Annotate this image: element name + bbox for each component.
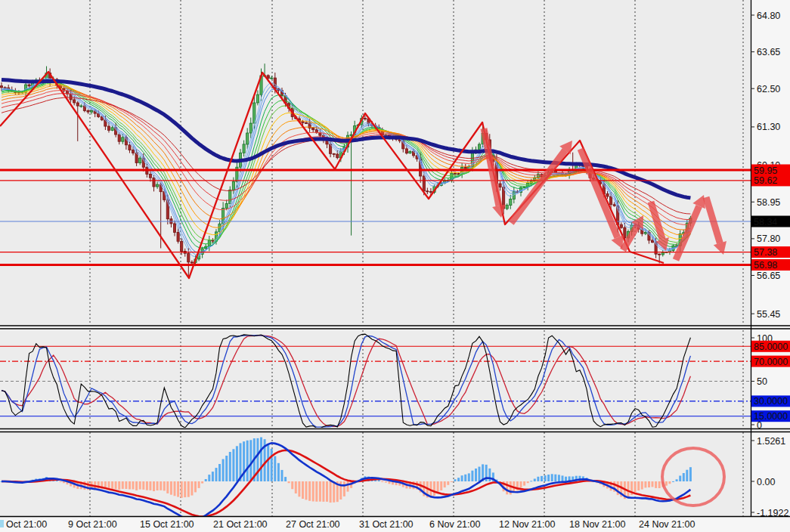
trading-chart-window: 64.8063.6562.5061.3060.1058.9557.8056.65… (0, 0, 790, 532)
macd-histogram-bar (479, 467, 481, 481)
macd-histogram-bar (558, 475, 560, 481)
macd-histogram-bar (648, 481, 650, 487)
time-axis-label: 24 Nov 21:00 (639, 519, 695, 530)
macd-histogram-bar (170, 481, 172, 495)
axis-label: 57.80 (757, 234, 780, 244)
macd-histogram-bar (444, 481, 446, 487)
macd-histogram-bar (277, 463, 280, 481)
panel-mid-background (0, 330, 751, 428)
axis-label: 56.65 (757, 271, 780, 281)
macd-histogram-bar (644, 481, 646, 487)
macd-histogram-bar (291, 481, 293, 489)
macd-histogram-bar (229, 452, 231, 481)
axis-label-boxed: 30.0000 (754, 396, 788, 407)
panel-bot-background (0, 432, 751, 516)
macd-histogram-bar (641, 481, 643, 490)
axis-label-boxed: 58.34 (754, 217, 777, 227)
macd-histogram-bar (284, 477, 287, 481)
macd-histogram-bar (676, 479, 678, 481)
time-axis-label: 15 Oct 21:00 (140, 519, 194, 530)
macd-histogram-bar (225, 456, 228, 481)
macd-histogram-bar (527, 481, 529, 483)
macd-histogram-bar (218, 464, 221, 481)
macd-histogram-bar (506, 481, 508, 494)
macd-histogram-bar (534, 479, 536, 482)
macd-histogram-bar (163, 481, 166, 490)
macd-histogram-bar (222, 459, 225, 482)
macd-histogram-bar (530, 481, 532, 481)
macd-histogram-bar (440, 481, 442, 490)
panel-main-background (0, 0, 751, 325)
time-axis-label: 9 Oct 21:00 (68, 519, 117, 530)
macd-histogram-bar (457, 478, 460, 481)
macd-histogram-bar (298, 481, 300, 496)
macd-histogram-bar (544, 475, 547, 481)
time-axis-marker (0, 520, 4, 527)
macd-histogram-bar (541, 476, 543, 481)
axis-label: 61.30 (757, 122, 780, 132)
macd-histogram-bar (267, 444, 269, 481)
axis-label-boxed: 57.38 (754, 247, 777, 258)
macd-histogram-bar (464, 475, 466, 481)
macd-histogram-bar (637, 481, 640, 490)
time-axis-label: 31 Oct 21:00 (359, 519, 414, 530)
macd-histogram-bar (454, 479, 457, 481)
macd-histogram-bar (166, 481, 169, 493)
time-axis-label: 6 Nov 21:00 (429, 519, 480, 530)
time-axis-label: 27 Oct 21:00 (286, 519, 340, 530)
macd-histogram-bar (184, 481, 186, 497)
axis-label: 62.50 (757, 84, 780, 94)
macd-histogram-bar (565, 477, 567, 481)
axis-label-boxed: 85.0000 (754, 342, 788, 352)
macd-histogram-bar (146, 481, 148, 490)
macd-histogram-bar (118, 481, 120, 490)
time-axis-label: 21 Oct 21:00 (213, 519, 268, 530)
axis-label-boxed: 59.62 (754, 175, 777, 186)
macd-histogram-bar (655, 481, 657, 488)
macd-histogram-bar (177, 481, 179, 497)
macd-histogram-bar (433, 481, 435, 496)
axis-label-boxed: 59.95 (754, 165, 777, 176)
macd-histogram-bar (122, 481, 124, 489)
macd-histogram-bar (315, 481, 318, 502)
chart-canvas[interactable]: 64.8063.6562.5061.3060.1058.9557.8056.65… (0, 0, 790, 532)
axis-label: 0 (757, 420, 762, 431)
macd-histogram-bar (208, 475, 210, 481)
macd-histogram-bar (201, 481, 203, 484)
macd-histogram-bar (547, 475, 550, 481)
macd-histogram-bar (326, 481, 328, 502)
macd-histogram-bar (312, 481, 314, 502)
axis-label: 58.95 (757, 197, 780, 208)
macd-histogram-bar (212, 472, 214, 481)
macd-histogram-bar (249, 440, 252, 481)
macd-histogram-bar (308, 481, 311, 501)
macd-histogram-bar (461, 475, 463, 481)
macd-histogram-bar (385, 481, 387, 483)
macd-histogram-bar (149, 481, 151, 490)
macd-histogram-bar (135, 481, 138, 490)
macd-histogram-bar (686, 470, 688, 481)
macd-histogram-bar (187, 481, 190, 497)
macd-histogram-bar (59, 481, 61, 482)
macd-histogram-bar (156, 481, 159, 490)
macd-histogram-bar (471, 471, 473, 481)
macd-histogram-bar (129, 481, 131, 490)
macd-histogram-bar (295, 481, 297, 493)
macd-histogram-bar (198, 481, 200, 488)
macd-histogram-bar (562, 475, 564, 481)
macd-histogram-bar (153, 481, 155, 491)
axis-label: 63.65 (757, 47, 780, 57)
macd-histogram-bar (672, 481, 674, 482)
axis-label: 64.80 (757, 11, 780, 21)
macd-histogram-bar (111, 481, 113, 489)
axis-label-boxed: 70.0000 (754, 357, 788, 367)
macd-histogram-bar (191, 481, 193, 496)
macd-histogram-bar (139, 481, 141, 490)
macd-histogram-bar (115, 481, 117, 489)
macd-histogram-bar (322, 481, 324, 502)
macd-histogram-bar (305, 481, 308, 500)
macd-histogram-bar (205, 479, 207, 481)
macd-histogram-bar (520, 481, 522, 488)
macd-histogram-bar (271, 449, 273, 481)
time-axis-label: 18 Nov 21:00 (569, 519, 625, 530)
